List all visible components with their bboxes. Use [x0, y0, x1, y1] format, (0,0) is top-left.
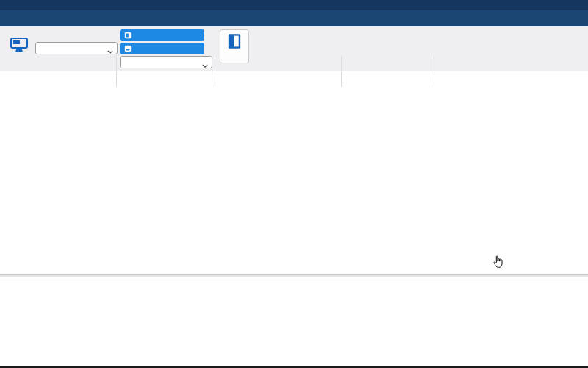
mouse-cursor: [493, 255, 504, 270]
histogram-type-dropdown[interactable]: [120, 56, 212, 68]
bottom-panel: [0, 277, 588, 366]
bottom-view-pane-button[interactable]: [120, 43, 204, 54]
chevron-down-icon: [107, 46, 113, 57]
gantt-pane-icon: [124, 32, 132, 39]
layout-monitor-icon: [10, 38, 28, 54]
title-bar: [0, 0, 588, 10]
columns-button[interactable]: [220, 29, 249, 63]
menu-bar: [0, 10, 588, 26]
columns-icon: [220, 33, 248, 51]
gantt-pane-button[interactable]: [120, 29, 204, 41]
layout-dropdown[interactable]: [35, 42, 118, 54]
bottom-view-pane-icon: [124, 45, 132, 52]
top-panel: [0, 72, 588, 274]
schedule-app-window: [0, 0, 588, 368]
chevron-down-icon: [202, 60, 208, 71]
toolbar: [0, 26, 588, 71]
